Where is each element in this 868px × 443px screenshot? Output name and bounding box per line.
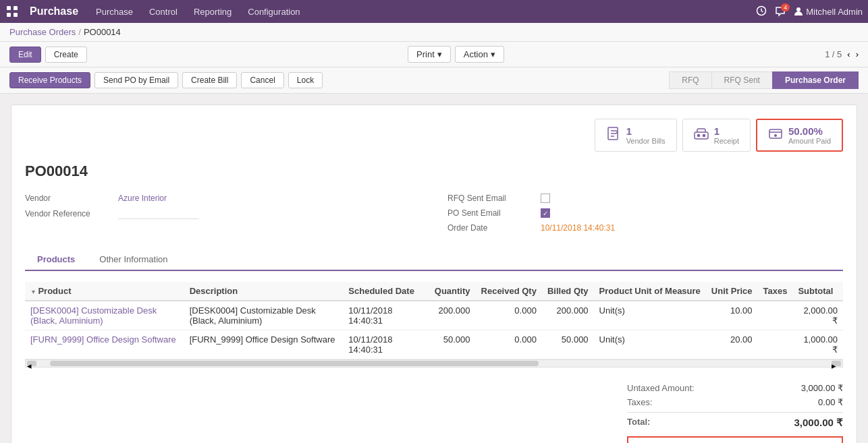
- cell-uom-1: Unit(s): [594, 330, 706, 359]
- cell-qty-1: 50.000: [429, 330, 476, 359]
- action-button[interactable]: Action ▾: [455, 46, 504, 63]
- main-content: 1 Vendor Bills 1 Receipt: [0, 94, 868, 443]
- nav-reporting[interactable]: Reporting: [187, 4, 238, 20]
- col-unit-price: Unit Price: [706, 282, 758, 301]
- edit-button[interactable]: Edit: [9, 47, 41, 63]
- nav-links: Purchase Control Reporting Configuration: [89, 4, 745, 20]
- cell-received-0: 0.000: [476, 301, 542, 330]
- workflow-purchase-order[interactable]: Purchase Order: [772, 71, 859, 89]
- order-date-row: Order Date 10/11/2018 14:40:31: [447, 223, 843, 233]
- nav-right: 4 Mitchell Admin: [756, 5, 863, 18]
- vendor-bills-button[interactable]: 1 Vendor Bills: [595, 119, 677, 152]
- svg-rect-2: [7, 13, 11, 17]
- col-description: Description: [184, 282, 344, 301]
- receipt-button[interactable]: 1 Receipt: [682, 119, 751, 152]
- cell-date-0: 10/11/2018 14:40:31: [343, 301, 429, 330]
- receipt-label: Receipt: [714, 137, 739, 145]
- order-date-label: Order Date: [447, 223, 535, 233]
- document-card: 1 Vendor Bills 1 Receipt: [11, 105, 857, 443]
- clock-icon[interactable]: [756, 5, 767, 18]
- tab-products[interactable]: Products: [25, 249, 87, 271]
- vendor-reference-value[interactable]: [118, 208, 199, 219]
- table-row[interactable]: [DESK0004] Customizable Desk (Black, Alu…: [25, 301, 843, 330]
- cancel-button[interactable]: Cancel: [241, 72, 283, 88]
- cell-price-1: 20.00: [706, 330, 758, 359]
- app-title: Purchase: [30, 5, 78, 18]
- svg-point-9: [703, 135, 705, 137]
- amount-paid-count: 50.00%: [788, 125, 831, 137]
- totals-table: Untaxed Amount: 3,000.00 ₹ Taxes: 0.00 ₹…: [627, 381, 843, 443]
- table-row[interactable]: [FURN_9999] Office Design Software [FURN…: [25, 330, 843, 359]
- create-button[interactable]: Create: [45, 47, 87, 63]
- vendor-bills-label: Vendor Bills: [626, 137, 666, 145]
- cell-price-0: 10.00: [706, 301, 758, 330]
- send-po-by-email-button[interactable]: Send PO by Email: [94, 72, 178, 88]
- top-nav: Purchase Purchase Control Reporting Conf…: [0, 0, 868, 23]
- grid-icon[interactable]: [5, 5, 19, 18]
- breadcrumb-parent[interactable]: Purchase Orders: [9, 27, 76, 37]
- col-received-qty: Received Qty: [476, 282, 542, 301]
- receipt-icon: [694, 126, 709, 144]
- rfq-sent-email-row: RFQ Sent Email: [447, 194, 843, 203]
- workflow-rfq[interactable]: RFQ: [669, 71, 711, 89]
- vendor-label: Vendor: [25, 194, 113, 203]
- vendor-bills-count: 1: [626, 125, 666, 137]
- cell-product-1: [FURN_9999] Office Design Software: [25, 330, 184, 359]
- products-table: Product Description Scheduled Date Quant…: [25, 282, 843, 359]
- cell-product-0: [DESK0004] Customizable Desk (Black, Alu…: [25, 301, 184, 330]
- page-next-arrow[interactable]: ›: [856, 49, 859, 59]
- vendor-field-row: Vendor Azure Interior: [25, 194, 421, 203]
- amount-paid-label: Amount Paid: [788, 137, 831, 145]
- chat-badge: 4: [781, 3, 790, 11]
- cell-subtotal-0: 2,000.00 ₹: [792, 301, 843, 330]
- chat-icon-wrapper[interactable]: 4: [775, 6, 786, 17]
- col-taxes: Taxes: [758, 282, 793, 301]
- vendor-ref-field-row: Vendor Reference: [25, 208, 421, 219]
- order-date-value: 10/11/2018 14:40:31: [541, 223, 615, 233]
- svg-rect-7: [695, 132, 708, 139]
- cell-received-1: 0.000: [476, 330, 542, 359]
- rfq-sent-email-checkbox[interactable]: [541, 194, 550, 203]
- cell-billed-1: 50.000: [542, 330, 594, 359]
- page-navigation: 1 / 5 ‹ ›: [825, 49, 859, 59]
- scroll-right-arrow[interactable]: ▸: [832, 361, 841, 366]
- nav-configuration[interactable]: Configuration: [241, 4, 306, 20]
- total-label: Total:: [627, 417, 650, 429]
- page-prev-arrow[interactable]: ‹: [847, 49, 850, 59]
- receipt-count: 1: [714, 125, 739, 137]
- user-menu[interactable]: Mitchell Admin: [794, 7, 863, 17]
- action-bar: Edit Create Print ▾ Action ▾ 1 / 5 ‹ ›: [0, 42, 868, 67]
- tabs: Products Other Information: [25, 249, 843, 271]
- cell-uom-0: Unit(s): [594, 301, 706, 330]
- horizontal-scrollbar[interactable]: ◂ ▸: [25, 359, 843, 367]
- po-form: Vendor Azure Interior Vendor Reference R…: [25, 194, 843, 238]
- stat-buttons: 1 Vendor Bills 1 Receipt: [25, 119, 843, 152]
- scroll-thumb[interactable]: [50, 361, 539, 366]
- vendor-bills-icon: [606, 126, 621, 144]
- po-sent-email-checkbox[interactable]: ✓: [541, 208, 550, 218]
- doc-actions-bar: Receive Products Send PO by Email Create…: [0, 67, 868, 94]
- workflow-rfq-sent[interactable]: RFQ Sent: [711, 71, 773, 89]
- lock-button[interactable]: Lock: [288, 72, 323, 88]
- tab-other-information[interactable]: Other Information: [87, 249, 180, 271]
- user-name: Mitchell Admin: [806, 7, 863, 17]
- amount-paid-button[interactable]: 50.00% Amount Paid: [756, 119, 843, 152]
- total-row: Total: 3,000.00 ₹: [627, 412, 843, 431]
- workflow-bar: RFQ RFQ Sent Purchase Order: [670, 71, 859, 89]
- nav-control[interactable]: Control: [142, 4, 184, 20]
- create-bill-button[interactable]: Create Bill: [182, 72, 237, 88]
- totals-section: Untaxed Amount: 3,000.00 ₹ Taxes: 0.00 ₹…: [25, 381, 843, 443]
- cell-desc-1: [FURN_9999] Office Design Software: [184, 330, 344, 359]
- total-value: 3,000.00 ₹: [794, 417, 843, 429]
- svg-point-11: [774, 134, 777, 137]
- po-number: PO00014: [25, 163, 843, 180]
- svg-rect-1: [13, 6, 18, 10]
- col-billed-qty: Billed Qty: [542, 282, 594, 301]
- print-button[interactable]: Print ▾: [408, 46, 451, 63]
- scroll-left-arrow[interactable]: ◂: [27, 361, 36, 366]
- breadcrumb: Purchase Orders / PO00014: [0, 23, 868, 42]
- nav-purchase[interactable]: Purchase: [89, 4, 140, 20]
- vendor-value[interactable]: Azure Interior: [118, 194, 167, 203]
- col-product: Product: [25, 282, 184, 301]
- receive-products-button[interactable]: Receive Products: [9, 72, 90, 88]
